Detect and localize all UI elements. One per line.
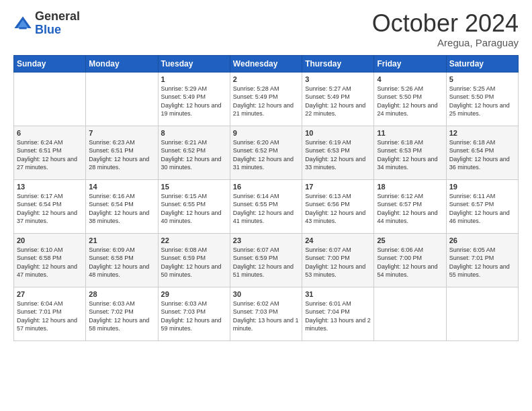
day-info: Sunrise: 6:12 AMSunset: 6:57 PMDaylight:… [377, 192, 443, 226]
day-info: Sunrise: 5:26 AMSunset: 5:50 PMDaylight:… [377, 85, 443, 118]
day-number: 26 [449, 236, 515, 244]
calendar-cell: 24Sunrise: 6:07 AMSunset: 7:00 PMDayligh… [302, 233, 374, 287]
calendar-cell: 27Sunrise: 6:04 AMSunset: 7:01 PMDayligh… [14, 287, 86, 340]
calendar-cell: 6Sunrise: 6:24 AMSunset: 6:51 PMDaylight… [14, 126, 86, 179]
calendar-cell: 12Sunrise: 6:18 AMSunset: 6:54 PMDayligh… [446, 126, 518, 179]
calendar-cell: 15Sunrise: 6:15 AMSunset: 6:55 PMDayligh… [158, 179, 230, 233]
logo-icon [13, 14, 32, 33]
calendar-cell [86, 72, 158, 126]
day-info: Sunrise: 6:02 AMSunset: 7:03 PMDaylight:… [233, 300, 299, 333]
day-info: Sunrise: 6:24 AMSunset: 6:51 PMDaylight:… [17, 138, 83, 172]
day-info: Sunrise: 5:29 AMSunset: 5:49 PMDaylight:… [161, 85, 227, 118]
calendar-cell: 31Sunrise: 6:01 AMSunset: 7:04 PMDayligh… [302, 287, 374, 340]
page: General Blue October 2024 Aregua, Paragu… [0, 0, 532, 411]
day-info: Sunrise: 6:15 AMSunset: 6:55 PMDaylight:… [161, 192, 227, 226]
day-header: Friday [374, 55, 446, 72]
day-number: 28 [89, 290, 154, 298]
day-info: Sunrise: 6:14 AMSunset: 6:55 PMDaylight:… [233, 192, 299, 226]
day-header: Tuesday [158, 55, 230, 72]
calendar-cell: 22Sunrise: 6:08 AMSunset: 6:59 PMDayligh… [158, 233, 230, 287]
calendar-week-row: 6Sunrise: 6:24 AMSunset: 6:51 PMDaylight… [14, 126, 519, 179]
calendar-cell: 1Sunrise: 5:29 AMSunset: 5:49 PMDaylight… [158, 72, 230, 126]
calendar-week-row: 27Sunrise: 6:04 AMSunset: 7:01 PMDayligh… [14, 287, 519, 340]
calendar-cell: 21Sunrise: 6:09 AMSunset: 6:58 PMDayligh… [86, 233, 158, 287]
calendar-week-row: 1Sunrise: 5:29 AMSunset: 5:49 PMDaylight… [14, 72, 519, 126]
logo-text: General Blue [35, 10, 80, 37]
day-number: 14 [89, 183, 154, 191]
calendar-cell: 19Sunrise: 6:11 AMSunset: 6:57 PMDayligh… [446, 179, 518, 233]
header: General Blue October 2024 Aregua, Paragu… [13, 10, 519, 48]
day-info: Sunrise: 6:10 AMSunset: 6:58 PMDaylight:… [17, 246, 83, 279]
calendar-table: SundayMondayTuesdayWednesdayThursdayFrid… [13, 55, 519, 341]
month-title: October 2024 [372, 10, 519, 37]
calendar-cell: 7Sunrise: 6:23 AMSunset: 6:51 PMDaylight… [86, 126, 158, 179]
calendar-cell: 11Sunrise: 6:18 AMSunset: 6:53 PMDayligh… [374, 126, 446, 179]
svg-rect-2 [19, 27, 26, 29]
day-number: 12 [449, 129, 515, 137]
calendar-cell [14, 72, 86, 126]
day-info: Sunrise: 6:07 AMSunset: 7:00 PMDaylight:… [305, 246, 371, 279]
calendar-cell [374, 287, 446, 340]
calendar-cell: 18Sunrise: 6:12 AMSunset: 6:57 PMDayligh… [374, 179, 446, 233]
day-number: 27 [17, 290, 83, 298]
day-number: 24 [305, 236, 371, 244]
calendar-week-row: 20Sunrise: 6:10 AMSunset: 6:58 PMDayligh… [14, 233, 519, 287]
day-number: 11 [377, 129, 443, 137]
day-header: Saturday [446, 55, 518, 72]
day-number: 4 [377, 75, 443, 83]
day-number: 5 [449, 75, 515, 83]
day-header: Wednesday [230, 55, 302, 72]
day-number: 15 [161, 183, 227, 191]
day-info: Sunrise: 5:27 AMSunset: 5:49 PMDaylight:… [305, 85, 371, 118]
calendar-cell: 16Sunrise: 6:14 AMSunset: 6:55 PMDayligh… [230, 179, 302, 233]
logo-general: General [35, 9, 80, 23]
day-number: 31 [305, 290, 371, 298]
calendar-cell: 3Sunrise: 5:27 AMSunset: 5:49 PMDaylight… [302, 72, 374, 126]
day-info: Sunrise: 6:23 AMSunset: 6:51 PMDaylight:… [89, 138, 154, 172]
calendar-cell: 23Sunrise: 6:07 AMSunset: 6:59 PMDayligh… [230, 233, 302, 287]
location: Aregua, Paraguay [372, 37, 519, 48]
day-info: Sunrise: 6:07 AMSunset: 6:59 PMDaylight:… [233, 246, 299, 279]
day-info: Sunrise: 6:01 AMSunset: 7:04 PMDaylight:… [305, 300, 371, 333]
day-info: Sunrise: 6:09 AMSunset: 6:58 PMDaylight:… [89, 246, 154, 279]
calendar-week-row: 13Sunrise: 6:17 AMSunset: 6:54 PMDayligh… [14, 179, 519, 233]
day-info: Sunrise: 5:28 AMSunset: 5:49 PMDaylight:… [233, 85, 299, 118]
calendar-cell: 4Sunrise: 5:26 AMSunset: 5:50 PMDaylight… [374, 72, 446, 126]
day-number: 18 [377, 183, 443, 191]
logo: General Blue [13, 10, 80, 37]
day-info: Sunrise: 5:25 AMSunset: 5:50 PMDaylight:… [449, 85, 515, 118]
day-number: 8 [161, 129, 227, 137]
day-number: 10 [305, 129, 371, 137]
day-number: 22 [161, 236, 227, 244]
day-info: Sunrise: 6:06 AMSunset: 7:00 PMDaylight:… [377, 246, 443, 279]
day-number: 19 [449, 183, 515, 191]
calendar-cell: 26Sunrise: 6:05 AMSunset: 7:01 PMDayligh… [446, 233, 518, 287]
calendar-cell [446, 287, 518, 340]
day-info: Sunrise: 6:08 AMSunset: 6:59 PMDaylight:… [161, 246, 227, 279]
day-info: Sunrise: 6:17 AMSunset: 6:54 PMDaylight:… [17, 192, 83, 226]
calendar-cell: 20Sunrise: 6:10 AMSunset: 6:58 PMDayligh… [14, 233, 86, 287]
day-info: Sunrise: 6:13 AMSunset: 6:56 PMDaylight:… [305, 192, 371, 226]
calendar-header-row: SundayMondayTuesdayWednesdayThursdayFrid… [14, 55, 519, 72]
day-number: 3 [305, 75, 371, 83]
day-info: Sunrise: 6:20 AMSunset: 6:52 PMDaylight:… [233, 138, 299, 172]
day-number: 13 [17, 183, 83, 191]
title-block: October 2024 Aregua, Paraguay [372, 10, 519, 48]
day-info: Sunrise: 6:16 AMSunset: 6:54 PMDaylight:… [89, 192, 154, 226]
day-number: 29 [161, 290, 227, 298]
calendar-cell: 28Sunrise: 6:03 AMSunset: 7:02 PMDayligh… [86, 287, 158, 340]
calendar-cell: 5Sunrise: 5:25 AMSunset: 5:50 PMDaylight… [446, 72, 518, 126]
day-info: Sunrise: 6:11 AMSunset: 6:57 PMDaylight:… [449, 192, 515, 226]
calendar-cell: 17Sunrise: 6:13 AMSunset: 6:56 PMDayligh… [302, 179, 374, 233]
day-number: 20 [17, 236, 83, 244]
day-info: Sunrise: 6:18 AMSunset: 6:54 PMDaylight:… [449, 138, 515, 172]
day-number: 21 [89, 236, 154, 244]
calendar-cell: 14Sunrise: 6:16 AMSunset: 6:54 PMDayligh… [86, 179, 158, 233]
day-info: Sunrise: 6:05 AMSunset: 7:01 PMDaylight:… [449, 246, 515, 279]
day-number: 30 [233, 290, 299, 298]
day-info: Sunrise: 6:04 AMSunset: 7:01 PMDaylight:… [17, 300, 83, 333]
day-header: Monday [86, 55, 158, 72]
calendar-cell: 2Sunrise: 5:28 AMSunset: 5:49 PMDaylight… [230, 72, 302, 126]
day-info: Sunrise: 6:21 AMSunset: 6:52 PMDaylight:… [161, 138, 227, 172]
calendar-body: 1Sunrise: 5:29 AMSunset: 5:49 PMDaylight… [14, 72, 519, 340]
